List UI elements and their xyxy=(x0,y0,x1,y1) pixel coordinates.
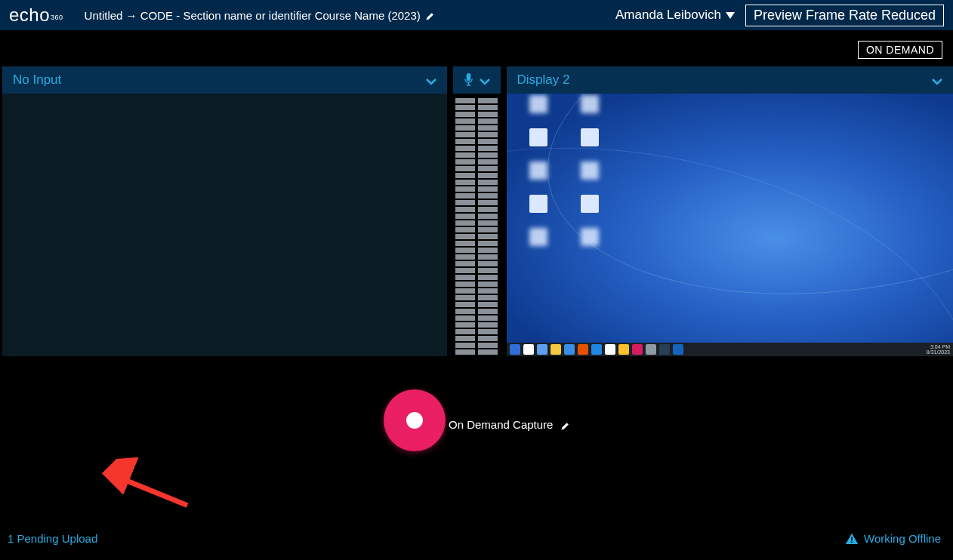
capture-caption-row: On Demand Capture xyxy=(449,418,569,431)
panel-right: Display 2 xyxy=(507,66,954,356)
taskbar-clock: 3:04 PM 8/31/2023 xyxy=(927,344,950,355)
app-header: echo360 Untitled → CODE - Section name o… xyxy=(0,0,953,30)
chevron-down-icon xyxy=(932,75,942,85)
chevron-down-icon xyxy=(426,75,436,85)
capture-caption: On Demand Capture xyxy=(449,418,553,431)
user-menu[interactable]: Amanda Leibovich xyxy=(615,8,735,23)
app-icon xyxy=(646,344,656,355)
frame-rate-reduced-button[interactable]: Preview Frame Rate Reduced xyxy=(745,5,944,26)
app-icon xyxy=(659,344,670,355)
audio-input-selector[interactable] xyxy=(453,66,501,94)
record-button[interactable] xyxy=(384,389,446,451)
input-left-label: No Input xyxy=(13,72,420,88)
desktop-icons xyxy=(529,94,600,257)
preview-panels: No Input xyxy=(0,66,953,356)
app-icon xyxy=(673,344,683,355)
input-right-label: Display 2 xyxy=(517,72,927,88)
search-icon xyxy=(523,344,534,355)
panel-left: No Input xyxy=(2,66,447,356)
app-icon xyxy=(578,344,588,355)
mic-icon xyxy=(464,73,473,87)
pending-uploads-link[interactable]: 1 Pending Upload xyxy=(8,532,97,545)
start-icon xyxy=(510,344,520,355)
breadcrumb-text: Untitled → CODE - Section name or identi… xyxy=(85,9,421,22)
pending-uploads-label: 1 Pending Upload xyxy=(8,532,97,545)
input-left-selector[interactable]: No Input xyxy=(2,66,447,94)
chrome-icon xyxy=(618,344,629,355)
app-icon xyxy=(591,344,602,355)
user-name: Amanda Leibovich xyxy=(615,8,721,23)
chevron-down-icon xyxy=(480,75,490,85)
record-area: On Demand Capture xyxy=(0,389,953,451)
svg-rect-0 xyxy=(466,73,470,81)
caret-down-icon xyxy=(726,12,735,19)
display-preview: 3:04 PM 8/31/2023 xyxy=(507,94,954,356)
svg-rect-3 xyxy=(851,541,853,543)
breadcrumb: Untitled → CODE - Section name or identi… xyxy=(85,9,434,22)
app-icon xyxy=(564,344,575,355)
record-icon xyxy=(406,412,423,429)
audio-column xyxy=(453,66,501,356)
input-right-selector[interactable]: Display 2 xyxy=(507,66,954,94)
header-right: Amanda Leibovich Preview Frame Rate Redu… xyxy=(615,5,944,26)
on-demand-badge: ON DEMAND xyxy=(858,41,942,59)
app-icon xyxy=(605,344,615,355)
on-demand-label: ON DEMAND xyxy=(866,44,934,56)
warning-icon xyxy=(846,534,858,544)
logo-sub: 360 xyxy=(51,14,63,21)
svg-rect-2 xyxy=(851,537,853,540)
explorer-icon xyxy=(551,344,561,355)
app-icon xyxy=(632,344,643,355)
taskbar: 3:04 PM 8/31/2023 xyxy=(507,343,954,356)
svg-line-1 xyxy=(119,457,188,526)
taskview-icon xyxy=(537,344,547,355)
left-preview xyxy=(2,94,447,356)
badge-row: ON DEMAND xyxy=(0,30,953,66)
audio-meter xyxy=(453,94,501,356)
logo-main: echo xyxy=(9,5,50,26)
edit-icon[interactable] xyxy=(560,420,569,429)
offline-status: Working Offline xyxy=(846,532,941,545)
offline-label: Working Offline xyxy=(864,532,941,545)
edit-icon[interactable] xyxy=(425,11,434,20)
footer: 1 Pending Upload Working Offline xyxy=(0,518,953,560)
frame-rate-label: Preview Frame Rate Reduced xyxy=(754,8,936,23)
logo: echo360 xyxy=(9,5,63,26)
